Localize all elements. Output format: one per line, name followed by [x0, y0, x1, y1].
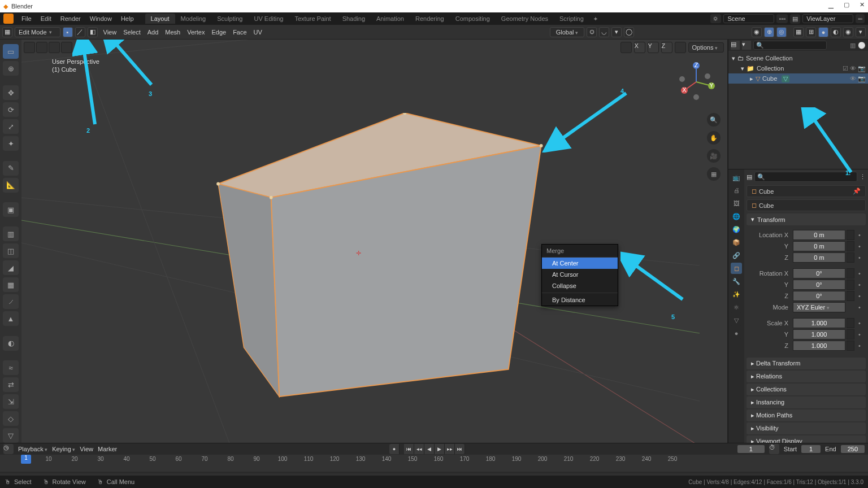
workspace-tab-geometry-nodes[interactable]: Geometry Nodes: [496, 14, 554, 24]
location-y-field[interactable]: 0 m: [793, 241, 845, 251]
menu-file[interactable]: File: [17, 15, 36, 22]
minimize-button[interactable]: _: [828, 0, 834, 9]
object-constraints-tab[interactable]: 🔗: [731, 250, 742, 261]
location-x-field[interactable]: 0 m: [793, 230, 845, 240]
jump-end-button[interactable]: ⏭: [455, 444, 465, 454]
menu-window[interactable]: Window: [85, 15, 116, 22]
transform-tool[interactable]: ✦: [3, 136, 19, 151]
loop-cut-tool[interactable]: ▦: [3, 277, 19, 292]
viewlayer-buttons[interactable]: ▫▫: [856, 14, 865, 23]
eye-icon[interactable]: 👁: [850, 65, 856, 72]
select-box-tool[interactable]: ▭: [3, 44, 19, 59]
workspace-tab-sculpting[interactable]: Sculpting: [211, 14, 248, 24]
rotation-x-field[interactable]: 0°: [793, 268, 845, 278]
spin-tool[interactable]: ◐: [3, 336, 19, 351]
merge-collapse[interactable]: Collapse: [542, 280, 618, 291]
mode-select-dropdown[interactable]: Edit Mode: [15, 27, 60, 37]
gizmo-toggle[interactable]: ⊕: [764, 27, 774, 37]
inset-tool[interactable]: ◫: [3, 243, 19, 258]
merge-by-distance[interactable]: By Distance: [542, 293, 618, 306]
workspace-tab-shading[interactable]: Shading: [337, 14, 371, 24]
scale-y-field[interactable]: 1.000: [793, 329, 845, 339]
visibility-dropdown[interactable]: ◉: [752, 27, 762, 37]
physics-tab[interactable]: ⚛: [731, 302, 742, 313]
workspace-tab-compositing[interactable]: Compositing: [450, 14, 496, 24]
frame-range-button[interactable]: ⏱: [769, 444, 779, 454]
timeline-ruler[interactable]: 1 10203040506070809010011012013014015016…: [0, 455, 868, 472]
axis-y-button[interactable]: Y: [648, 42, 659, 53]
viewport-menu-uv[interactable]: UV: [250, 29, 266, 36]
panel-visibility[interactable]: ▸ Visibility: [747, 422, 866, 434]
shading-rendered-button[interactable]: ◉: [843, 27, 853, 37]
props-pin-icon[interactable]: ⋮: [860, 173, 866, 181]
add-cube-tool[interactable]: ▣: [3, 202, 19, 217]
object-data-tab[interactable]: ▽: [731, 315, 742, 326]
close-button[interactable]: ✕: [860, 1, 865, 11]
lock-icon[interactable]: [847, 230, 854, 240]
outliner-filter-button[interactable]: ⚪: [858, 42, 866, 49]
auto-merge-button[interactable]: [675, 42, 686, 53]
merge-at-cursor[interactable]: At Cursor: [542, 269, 618, 280]
axis-z-button[interactable]: Z: [661, 42, 672, 53]
overlay-toggle[interactable]: ◎: [776, 27, 787, 37]
workspace-tab-layout[interactable]: Layout: [145, 14, 175, 24]
object-crumb[interactable]: ◻Cube 📌: [747, 185, 866, 197]
jump-prev-button[interactable]: ◂◂: [414, 444, 424, 454]
editor-type-icon[interactable]: ▦: [2, 27, 12, 37]
viewport-menu-view[interactable]: View: [100, 29, 120, 36]
modifiers-tab[interactable]: 🔧: [731, 276, 742, 287]
material-tab[interactable]: ●: [731, 328, 742, 339]
select-mode-vertex-button[interactable]: ▪: [63, 27, 73, 37]
panel-collections[interactable]: ▸ Collections: [747, 384, 866, 395]
knife-tool[interactable]: ⟋: [3, 294, 19, 309]
options-dropdown[interactable]: Options: [688, 42, 724, 53]
move-tool[interactable]: ✥: [3, 85, 19, 100]
outliner-scene-collection[interactable]: ▾ 🗀 Scene Collection: [728, 53, 868, 63]
autokey-button[interactable]: ●: [389, 444, 400, 454]
shrink-tool[interactable]: ⇲: [3, 394, 19, 409]
workspace-tab-scripting[interactable]: Scripting: [554, 14, 589, 24]
pan-button[interactable]: ✋: [707, 131, 721, 145]
render-tab[interactable]: 📺: [731, 172, 742, 183]
output-tab[interactable]: 🖨: [731, 185, 742, 196]
viewport-menu-add[interactable]: Add: [144, 29, 162, 36]
maximize-button[interactable]: ▢: [844, 1, 849, 11]
outliner-object-cube[interactable]: ▸ ▽ Cube ▽ 👁📷: [728, 73, 868, 84]
rotation-z-field[interactable]: 0°: [793, 291, 845, 301]
viewlayer-tab[interactable]: 🖼: [731, 198, 742, 209]
outliner-search-input[interactable]: [753, 41, 827, 50]
workspace-tab-rendering[interactable]: Rendering: [410, 14, 450, 24]
scale-x-field[interactable]: 1.000: [793, 318, 845, 328]
object-tab[interactable]: ◻: [731, 263, 742, 274]
select-mode-edge-button[interactable]: ／: [75, 27, 85, 37]
scale-tool[interactable]: ⤢: [3, 119, 19, 134]
outliner-filter-icon[interactable]: ▾: [742, 41, 751, 50]
camera-icon[interactable]: 📷: [858, 75, 866, 82]
measure-tool[interactable]: 📐: [3, 178, 19, 193]
jump-start-button[interactable]: ⏮: [404, 444, 414, 454]
smooth-tool[interactable]: ≈: [3, 360, 19, 375]
play-button[interactable]: ▶: [435, 444, 445, 454]
shading-solid-button[interactable]: ●: [818, 27, 828, 37]
proportional-button[interactable]: ◯: [624, 27, 634, 37]
scene-name-field[interactable]: [723, 14, 774, 23]
playhead[interactable]: 1: [21, 455, 31, 464]
shear-tool[interactable]: ◇: [3, 411, 19, 426]
eye-icon[interactable]: 👁: [850, 75, 856, 82]
particles-tab[interactable]: ✨: [731, 289, 742, 300]
panel-relations[interactable]: ▸ Relations: [747, 371, 866, 382]
workspace-tab-modeling[interactable]: Modeling: [175, 14, 212, 24]
add-workspace-button[interactable]: +: [589, 15, 602, 22]
scene-icon[interactable]: ⛭: [710, 14, 721, 23]
start-frame-field[interactable]: 1: [801, 445, 821, 453]
panel-motion-paths[interactable]: ▸ Motion Paths: [747, 409, 866, 421]
select-invert-button[interactable]: [49, 42, 60, 53]
panel-instancing[interactable]: ▸ Instancing: [747, 396, 866, 408]
scale-z-field[interactable]: 1.000: [793, 341, 845, 351]
viewport-menu-mesh[interactable]: Mesh: [162, 29, 184, 36]
workspace-tab-uv-editing[interactable]: UV Editing: [248, 14, 289, 24]
shading-wireframe-button[interactable]: ⊞: [806, 27, 816, 37]
workspace-tab-animation[interactable]: Animation: [371, 14, 410, 24]
select-more-button[interactable]: [61, 42, 72, 53]
select-all-button[interactable]: [24, 42, 35, 53]
